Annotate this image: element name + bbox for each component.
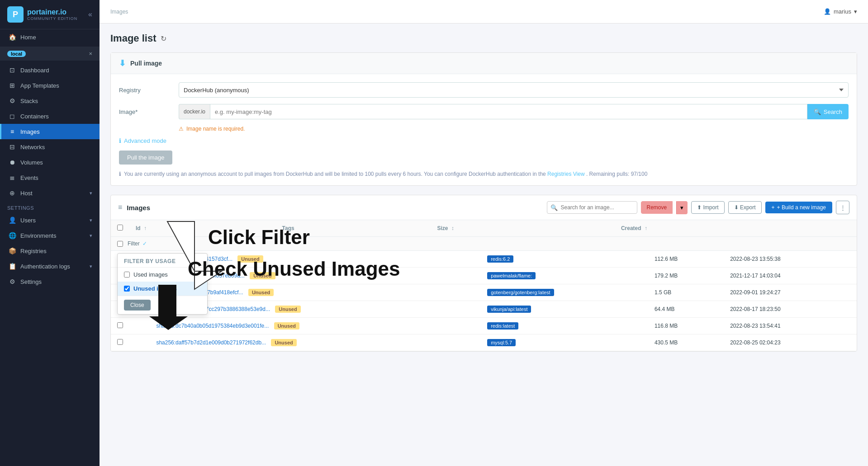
sidebar-item-auth-logs[interactable]: 📋 Authentication logs ▾ <box>0 259 100 274</box>
user-expand-icon: ▾ <box>854 8 857 15</box>
row-created-cell: 2022-08-25 02:04:23 <box>724 334 857 351</box>
filter-used-checkbox[interactable] <box>124 272 130 278</box>
plus-icon: + <box>772 204 775 211</box>
page-title: Image list <box>110 33 156 44</box>
containers-icon: ◻ <box>9 113 16 120</box>
portainer-logo-icon: P <box>7 6 24 23</box>
users-icon: 👤 <box>9 217 16 224</box>
advanced-mode-toggle[interactable]: ℹ Advanced mode <box>119 137 849 144</box>
sidebar-item-settings[interactable]: ⚙ Settings <box>0 274 100 289</box>
registry-select[interactable]: DockerHub (anonymous)DockerHub (authenti… <box>179 82 849 98</box>
sidebar-collapse-button[interactable]: « <box>88 10 92 19</box>
sidebar-item-environments[interactable]: 🌐 Environments ▾ <box>0 228 100 243</box>
logo-sub: COMMUNITY EDITION <box>27 16 77 21</box>
filter-badge[interactable]: Filter ✓ <box>128 240 147 247</box>
sidebar-item-events[interactable]: ≣ Events <box>0 170 100 185</box>
created-column-header[interactable]: Created ↑ <box>615 220 857 237</box>
env-close-icon[interactable]: × <box>89 50 92 57</box>
remove-caret-button[interactable]: ▾ <box>676 201 688 214</box>
topbar: Images 👤 marius ▾ <box>100 0 868 24</box>
more-options-button[interactable]: ⋮ <box>836 201 849 214</box>
users-expand-icon: ▾ <box>90 217 92 223</box>
filter-option-used[interactable]: Used images <box>118 268 207 282</box>
filter-unused-label: Unused images <box>133 285 177 292</box>
sidebar-item-home[interactable]: 🏠 Home <box>0 29 100 45</box>
info-text-row: ℹ You are currently using an anonymous a… <box>119 171 849 177</box>
error-message: Image name is required. <box>186 126 245 132</box>
image-input[interactable] <box>210 104 807 119</box>
pull-image-card: ⬇ Pull image Registry DockerHub (anonymo… <box>110 52 857 186</box>
size-sort-icon: ↕ <box>451 225 454 231</box>
refresh-button[interactable]: ↻ <box>161 34 166 43</box>
topbar-user[interactable]: 👤 marius ▾ <box>824 8 857 15</box>
logo-text: portainer.io <box>27 8 77 16</box>
settings-icon: ⚙ <box>9 278 16 285</box>
table-row: sha256:...e415eb0017b9af418efcf... Unuse… <box>111 284 857 301</box>
image-search-input[interactable] <box>547 201 637 214</box>
import-button[interactable]: ⬆ Import <box>691 201 724 214</box>
row-size-cell: 179.2 MB <box>648 268 724 284</box>
registry-row: Registry DockerHub (anonymous)DockerHub … <box>119 82 849 98</box>
settings-section-header: Settings <box>0 201 100 212</box>
image-tag-badge: vikunja/api:latest <box>487 306 531 313</box>
filter-unused-checkbox[interactable] <box>124 286 130 292</box>
pull-button[interactable]: Pull the image <box>119 151 172 165</box>
row-created-cell: 2021-12-17 14:03:04 <box>724 268 857 284</box>
filter-close-button[interactable]: Close <box>124 300 151 311</box>
table-row: sha256:daff57b7d2d1e009d0b271972f62db...… <box>111 334 857 351</box>
row-size-cell: 64.4 MB <box>648 301 724 318</box>
auth-logs-icon: 📋 <box>9 263 16 270</box>
row-id-cell: sha256:dc7b40a0b05d1975384eb9d3e001fe...… <box>150 318 481 334</box>
remove-button[interactable]: Remove <box>641 201 673 214</box>
pull-image-card-header: ⬇ Pull image <box>111 53 857 74</box>
sidebar-item-host[interactable]: ⊕ Host ▾ <box>0 185 100 201</box>
sidebar-item-registries[interactable]: 📦 Registries <box>0 243 100 259</box>
row-select-checkbox[interactable] <box>117 339 123 345</box>
image-prefix: docker.io <box>179 104 210 119</box>
auth-expand-icon: ▾ <box>90 264 92 269</box>
row-tag-cell: redis:latest <box>481 318 648 334</box>
sidebar-item-app-templates[interactable]: ⊞ App Templates <box>0 78 100 93</box>
row-size-cell: 1.5 GB <box>648 284 724 301</box>
breadcrumb: Images <box>110 9 128 15</box>
build-new-image-button[interactable]: + + Build a new image <box>765 202 832 213</box>
images-list-icon: ≡ <box>118 203 122 212</box>
size-column-header[interactable]: Size ↕ <box>431 220 615 237</box>
row-created-cell: 2022-09-01 19:24:27 <box>724 284 857 301</box>
sidebar-item-containers[interactable]: ◻ Containers <box>0 108 100 124</box>
filter-option-unused[interactable]: Unused images <box>118 282 207 296</box>
search-button[interactable]: 🔍 Search <box>807 104 849 119</box>
env-badge: local <box>7 51 26 57</box>
id-column-header[interactable]: Id ↑ <box>129 220 276 237</box>
sidebar-logo-area: P portainer.io COMMUNITY EDITION « <box>0 0 100 29</box>
export-button[interactable]: ⬇ Export <box>728 201 762 214</box>
image-tag-badge: gotenberg/gotenberg:latest <box>487 289 554 296</box>
row-tag-cell: vikunja/api:latest <box>481 301 648 318</box>
row-tag-cell: gotenberg/gotenberg:latest <box>481 284 648 301</box>
sidebar-item-dashboard[interactable]: ⊡ Dashboard <box>0 62 100 78</box>
sidebar-item-users[interactable]: 👤 Users ▾ <box>0 212 100 228</box>
select-all-checkbox[interactable] <box>117 225 123 231</box>
row-checkbox-cell <box>111 334 150 351</box>
image-id-link[interactable]: sha256:daff57b7d2d1e009d0b271972f62db... <box>156 339 266 346</box>
sidebar-item-images[interactable]: ≡ Images <box>0 124 100 139</box>
environments-icon: 🌐 <box>9 232 16 239</box>
tags-column-header: Tags <box>276 220 431 237</box>
sidebar-item-host-label: Host <box>20 190 33 197</box>
sidebar-item-stacks[interactable]: ⚙ Stacks <box>0 93 100 108</box>
sidebar-item-volumes[interactable]: ⏺ Volumes <box>0 155 100 170</box>
row-tag-cell: redis:6.2 <box>481 251 648 268</box>
unused-badge: Unused <box>271 339 296 346</box>
registries-view-link[interactable]: Registries View <box>547 171 584 177</box>
sidebar-env-local[interactable]: local × <box>0 47 100 61</box>
row-select-checkbox[interactable] <box>117 322 123 328</box>
filter-checkbox[interactable] <box>117 241 123 247</box>
sidebar-item-networks[interactable]: ⊟ Networks <box>0 139 100 155</box>
images-icon: ≡ <box>9 128 16 135</box>
app-templates-icon: ⊞ <box>9 82 16 89</box>
image-id-link[interactable]: sha256:dc7b40a0b05d1975384eb9d3e001fe... <box>156 323 269 329</box>
images-toolbar: ≡ Images 🔍 Remove ▾ ⬆ Import ⬇ <box>111 195 857 220</box>
image-search-icon: 🔍 <box>550 204 558 211</box>
page-content: Image list ↻ ⬇ Pull image Registry Docke… <box>100 24 868 466</box>
table-row: sha256:ed77b5dd457cc297b3886388e53e9d...… <box>111 301 857 318</box>
